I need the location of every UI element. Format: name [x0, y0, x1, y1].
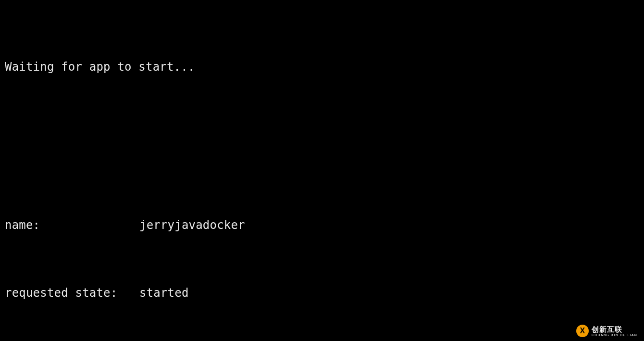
watermark-cn: 创新互联	[592, 326, 622, 333]
info-key: name:	[5, 214, 139, 237]
blank-line	[5, 124, 639, 146]
watermark-logo-icon: X	[576, 325, 589, 337]
watermark-en: CHUANG XIN HU LIAN	[592, 333, 637, 337]
watermark: X 创新互联 CHUANG XIN HU LIAN	[576, 325, 637, 337]
info-value: started	[139, 282, 189, 304]
info-row-name: name: jerryjavadocker	[5, 214, 639, 237]
terminal-output: Waiting for app to start... name: jerryj…	[0, 0, 644, 341]
info-value: jerryjavadocker	[139, 214, 245, 237]
waiting-line: Waiting for app to start...	[5, 56, 639, 78]
watermark-text: 创新互联 CHUANG XIN HU LIAN	[592, 326, 637, 337]
info-key: requested state:	[5, 282, 139, 304]
info-row-requested-state: requested state: started	[5, 282, 639, 304]
